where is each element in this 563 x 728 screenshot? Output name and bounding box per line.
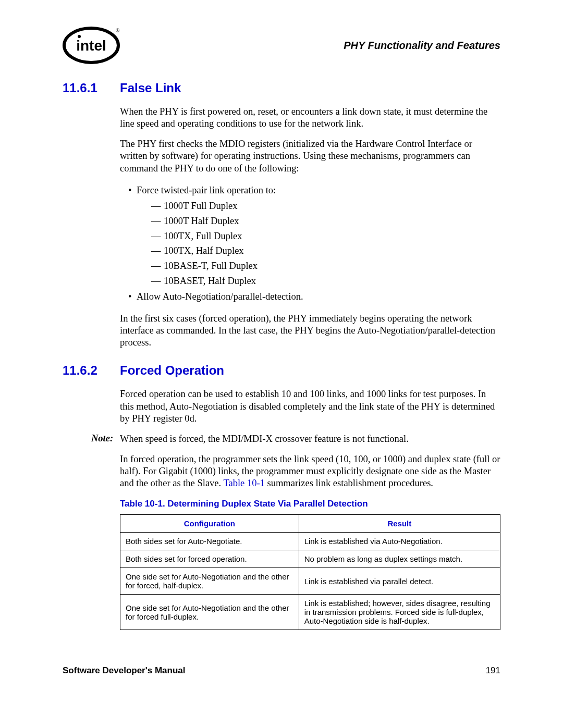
section-heading-false-link: 11.6.1 False Link (63, 81, 500, 95)
table-row: Both sides set for forced operation. No … (120, 550, 500, 568)
dash-item: 1000T Full Duplex (151, 199, 500, 214)
paragraph: In forced operation, the programmer sets… (120, 453, 500, 489)
table-title: Table 10-1. Determining Duplex State Via… (120, 499, 500, 509)
section-body-forced-operation-2: In forced operation, the programmer sets… (120, 453, 500, 630)
page-header: intel ® PHY Functionality and Features (63, 26, 500, 65)
bullet-item: Force twisted-pair link operation to: 10… (128, 183, 500, 289)
bullet-list: Force twisted-pair link operation to: 10… (128, 183, 500, 304)
table-row: One side set for Auto-Negotiation and th… (120, 595, 500, 630)
intel-logo: intel ® (63, 26, 120, 65)
section-body-false-link: When the PHY is first powered on, reset,… (120, 106, 500, 349)
dash-item: 100TX, Half Duplex (151, 243, 500, 258)
cross-ref-link[interactable]: Table 10-1 (223, 478, 264, 488)
table-cell: One side set for Auto-Negotiation and th… (120, 595, 299, 630)
table-header: Configuration (120, 515, 299, 533)
text-run: summarizes link establishment procedures… (265, 478, 433, 488)
page-footer: Software Developer's Manual 191 (63, 665, 500, 676)
footer-title: Software Developer's Manual (63, 665, 186, 676)
dash-item: 10BASE-T, Full Duplex (151, 258, 500, 274)
bullet-item: Allow Auto-Negotiation/parallel-detectio… (128, 289, 500, 304)
dash-item: 100TX, Full Duplex (151, 229, 500, 244)
svg-point-2 (78, 35, 81, 38)
table-header: Result (299, 515, 500, 533)
table-cell: No problem as long as duplex settings ma… (299, 550, 500, 568)
table-row: Both sides set for Auto-Negotiate. Link … (120, 533, 500, 550)
table-cell: Both sides set for Auto-Negotiate. (120, 533, 299, 550)
svg-text:intel: intel (76, 38, 106, 54)
note-label: Note: (91, 433, 120, 445)
header-title: PHY Functionality and Features (344, 40, 500, 52)
table-cell: Link is established; however, sides disa… (299, 595, 500, 630)
section-heading-forced-operation: 11.6.2 Forced Operation (63, 363, 500, 378)
section-title: False Link (120, 81, 181, 95)
section-number: 11.6.2 (63, 363, 120, 378)
bullet-text: Force twisted-pair link operation to: (137, 185, 276, 195)
table-header-row: Configuration Result (120, 515, 500, 533)
dash-list: 1000T Full Duplex 1000T Half Duplex 100T… (151, 199, 500, 288)
section-body-forced-operation: Forced operation can be used to establis… (120, 388, 500, 424)
note-body: When speed is forced, the MDI/MDI-X cros… (120, 433, 409, 445)
table-cell: Link is established via parallel detect. (299, 568, 500, 595)
note: Note: When speed is forced, the MDI/MDI-… (91, 433, 500, 445)
table-cell: Both sides set for forced operation. (120, 550, 299, 568)
paragraph: Forced operation can be used to establis… (120, 388, 500, 424)
dash-item: 1000T Half Duplex (151, 214, 500, 229)
page-number: 191 (486, 665, 500, 676)
table-cell: One side set for Auto-Negotiation and th… (120, 568, 299, 595)
svg-text:®: ® (116, 28, 120, 33)
paragraph: In the first six cases (forced operation… (120, 313, 500, 349)
section-number: 11.6.1 (63, 81, 120, 95)
section-title: Forced Operation (120, 363, 224, 378)
paragraph: When the PHY is first powered on, reset,… (120, 106, 500, 130)
duplex-table: Configuration Result Both sides set for … (120, 514, 500, 630)
table-cell: Link is established via Auto-Negotiation… (299, 533, 500, 550)
paragraph: The PHY first checks the MDIO registers … (120, 138, 500, 174)
table-row: One side set for Auto-Negotiation and th… (120, 568, 500, 595)
dash-item: 10BASET, Half Duplex (151, 274, 500, 289)
